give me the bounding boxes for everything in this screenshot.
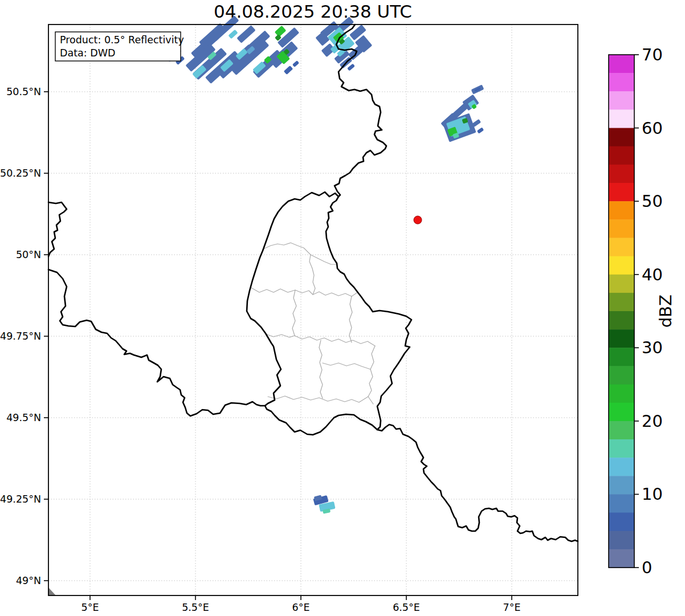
- district-border: [292, 290, 296, 336]
- district-border: [319, 340, 323, 398]
- figure-title: 04.08.2025 20:38 UTC: [214, 1, 412, 22]
- colorbar-tick-label: 0: [642, 558, 652, 577]
- district-border: [268, 396, 373, 404]
- district-border: [263, 243, 336, 264]
- lon-tick-label: 7°E: [503, 602, 521, 613]
- colorbar-segment: [609, 219, 634, 238]
- radar-echoes: [165, 15, 484, 514]
- colorbar-segment: [609, 293, 634, 312]
- district-border: [349, 296, 352, 342]
- colorbar-segment: [609, 238, 634, 256]
- radar-echo: [284, 66, 293, 75]
- colorbar-segment: [609, 476, 634, 495]
- colorbar-tick-label: 70: [642, 45, 663, 64]
- lat-tick-label: 49.5°N: [6, 412, 41, 423]
- colorbar-segment: [609, 421, 634, 440]
- radar-echo: [275, 26, 287, 37]
- district-border: [323, 363, 370, 369]
- colorbar: 706050403020100: [609, 45, 663, 577]
- colorbar-segment: [609, 91, 634, 110]
- info-box: Product: 0.5° Reflectivity Data: DWD: [55, 32, 184, 61]
- lon-tick-label: 5.5°E: [182, 602, 209, 613]
- colorbar-tick-label: 30: [642, 338, 663, 357]
- colorbar-segment: [609, 531, 634, 550]
- lon-tick-label: 6.5°E: [393, 602, 420, 613]
- colorbar-segment: [609, 458, 634, 476]
- colorbar-segment: [609, 165, 634, 183]
- radar-echo: [228, 30, 238, 39]
- district-border: [251, 288, 357, 296]
- info-box-product-line: Product: 0.5° Reflectivity: [60, 34, 184, 46]
- weather-radar-figure: 04.08.2025 20:38 UTC Product: 0.5° Refle…: [0, 0, 685, 616]
- radar-echo: [237, 25, 255, 43]
- colorbar-tick-label: 40: [642, 265, 663, 284]
- colorbar-segment: [609, 549, 634, 568]
- colorbar-segment: [609, 256, 634, 275]
- lat-tick-label: 50°N: [16, 249, 41, 260]
- colorbar-segment: [609, 55, 634, 74]
- colorbar-segment: [609, 275, 634, 293]
- colorbar-segment: [609, 146, 634, 165]
- colorbar-segment: [609, 183, 634, 202]
- info-box-data-line: Data: DWD: [60, 47, 116, 59]
- country-border: [247, 192, 411, 435]
- colorbar-tick-label: 50: [642, 191, 663, 211]
- colorbar-segment: [609, 73, 634, 92]
- colorbar-tick-label: 20: [642, 411, 663, 431]
- lat-tick-label: 49.25°N: [0, 493, 41, 505]
- colorbar-segment: [609, 311, 634, 330]
- colorbar-segment: [609, 366, 634, 385]
- country-border: [377, 425, 578, 541]
- lon-tick-label: 6°E: [292, 602, 310, 613]
- colorbar-segment: [609, 513, 634, 532]
- district-border: [309, 255, 315, 295]
- radar-echo: [477, 127, 484, 133]
- lat-tick-label: 50.5°N: [6, 86, 41, 97]
- radar-echo: [347, 64, 355, 71]
- country-border: [48, 270, 265, 416]
- radar-site-marker: [414, 216, 422, 224]
- district-borders: [251, 243, 375, 404]
- colorbar-segment: [609, 494, 634, 513]
- colorbar-tick-label: 60: [642, 119, 663, 138]
- colorbar-segment: [609, 201, 634, 220]
- colorbar-segment: [609, 385, 634, 403]
- colorbar-segment: [609, 439, 634, 458]
- colorbar-segment: [609, 348, 634, 366]
- lat-tick-label: 50.25°N: [0, 168, 41, 179]
- lat-tick-label: 49.75°N: [0, 331, 41, 342]
- colorbar-segment: [609, 329, 634, 348]
- lon-tick-label: 5°E: [81, 602, 99, 613]
- axis-ticks-and-labels: 5°E5.5°E6°E6.5°E7°E50.5°N50.25°N50°N49.7…: [0, 86, 520, 613]
- radar-map-page: 04.08.2025 20:38 UTC Product: 0.5° Refle…: [0, 0, 685, 616]
- colorbar-unit-label: dBZ: [656, 295, 675, 328]
- corner-patch: [48, 588, 56, 595]
- gridlines: [48, 25, 578, 595]
- map-frame: [48, 25, 578, 595]
- colorbar-tick-label: 10: [642, 484, 663, 504]
- colorbar-segment: [609, 109, 634, 128]
- lat-tick-label: 49°N: [16, 575, 41, 586]
- district-border: [368, 346, 375, 397]
- country-border: [48, 202, 67, 256]
- radar-echo: [292, 60, 299, 67]
- colorbar-segment: [609, 128, 634, 147]
- colorbar-segment: [609, 403, 634, 422]
